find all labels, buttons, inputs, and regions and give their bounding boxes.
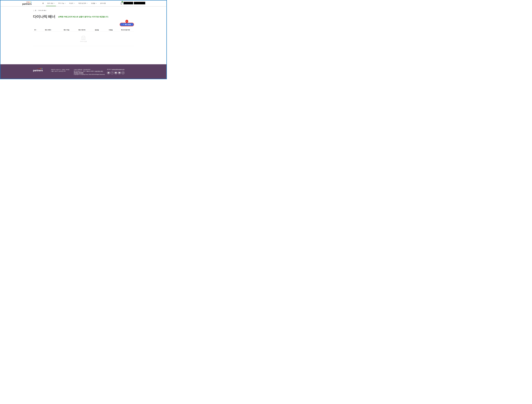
nav-item-2[interactable]: 링크 생성 xyxy=(46,0,56,6)
plus-icon: + xyxy=(123,23,124,25)
footer-company-line: 쿠팡(주) | 대표이사 : 강한승, 박대준 xyxy=(51,69,70,71)
footer-copyright: Copyright © Coupang Corp. 2018-2020 All … xyxy=(74,74,105,75)
nav-item-1[interactable]: 홈 xyxy=(41,0,45,6)
nav-item-3[interactable]: 추가 기능 xyxy=(57,0,67,6)
toolbar: 1 + 배너 생성 xyxy=(33,19,134,26)
column-header: 복사/수정/삭제 xyxy=(117,29,134,31)
nav-item-label: 홈 xyxy=(42,2,44,4)
empty-state-text: 데이터 없음 xyxy=(80,41,87,42)
app-window: coupang partners 홈링크 생성추가 기능리포트약관 및 정책도움… xyxy=(0,0,167,79)
naver-blog-icon[interactable]: blog xyxy=(118,71,121,74)
footer-coupang-partners-logo: coupang partners xyxy=(33,68,43,72)
column-header-label: 배너 데이터 xyxy=(78,29,85,31)
footer-ecommerce-line: 통신판매업신고 : 2017-서울송파-0680 / 사업자정보 확인 xyxy=(74,71,105,72)
home-icon xyxy=(33,10,34,11)
top-nav: coupang partners 홈링크 생성추가 기능리포트약관 및 정책도움… xyxy=(0,0,166,6)
column-header-label: 복사/수정/삭제 xyxy=(121,29,130,31)
nav-item-label: 공지사항 xyxy=(100,2,106,4)
banner-table: ID배너 제목배너 타입배너 데이터생성일수정일복사/수정/삭제 데이터 없음 xyxy=(33,28,134,46)
privacy-policy-link[interactable]: 개인정보 처리방침 xyxy=(74,72,83,74)
breadcrumb-home-label: 홈 xyxy=(35,10,36,11)
business-info-check-link[interactable]: 사업자정보 확인 xyxy=(95,71,103,72)
chevron-down-icon xyxy=(96,3,97,4)
column-header: 수정일 xyxy=(104,29,117,31)
social-row: Chfblog xyxy=(107,71,125,74)
partners-logo-text: partners xyxy=(33,69,43,72)
youtube-glyph xyxy=(115,72,117,73)
notification-badge: 1 xyxy=(121,1,123,3)
breadcrumb: 홈 다이나믹 배너 xyxy=(33,6,166,11)
annotation-step-marker: 1 xyxy=(126,20,128,23)
chevron-down-icon xyxy=(65,3,66,4)
column-header-label: 배너 타입 xyxy=(64,29,69,31)
page-subtitle: 선택한 카테고리의 베스트 상품이 움직이는 이미지로 제공됩니다. xyxy=(58,16,108,18)
chevron-down-icon xyxy=(54,3,55,4)
footer: coupang partners 쿠팡(주) | 대표이사 : 강한승, 박대준… xyxy=(0,64,166,79)
create-banner-button-label: 배너 생성 xyxy=(125,24,131,26)
nav-item-label: 추가 기능 xyxy=(58,2,64,4)
notification-bell-button[interactable]: 1 xyxy=(120,2,123,5)
partners-logo-text: partners xyxy=(22,3,32,5)
table-empty-state: 데이터 없음 xyxy=(33,32,134,46)
redacted-user-info xyxy=(134,2,145,4)
footer-contact-col: 문의하기 partners@coupang.com Chfblog xyxy=(107,69,125,74)
sort-carets-icon[interactable] xyxy=(51,29,52,30)
main-nav: 홈링크 생성추가 기능리포트약관 및 정책도움말공지사항 xyxy=(41,0,108,6)
chevron-right-icon xyxy=(37,10,38,11)
redacted-user-info xyxy=(124,2,133,4)
column-header: 배너 데이터 xyxy=(75,29,89,31)
instagram-glyph xyxy=(122,72,124,74)
page-title: 다이나믹 배너 xyxy=(33,15,55,19)
footer-biz-number: 사업자 등록번호 : 120-88-00767 xyxy=(74,69,105,71)
column-header-label: ID xyxy=(34,29,36,31)
instagram-icon[interactable] xyxy=(121,71,125,74)
kakao-channel-icon[interactable]: Ch xyxy=(107,71,110,74)
footer-company-col: 쿠팡(주) | 대표이사 : 강한승, 박대준서울시 송파구 송파대로 570 xyxy=(51,69,70,72)
column-header[interactable]: ID xyxy=(33,29,38,31)
contact-email-link[interactable]: partners@coupang.com xyxy=(112,69,125,70)
footer-legal-col: 사업자 등록번호 : 120-88-00767 통신판매업신고 : 2017-서… xyxy=(74,69,105,75)
youtube-icon[interactable] xyxy=(114,71,117,74)
coupang-partners-logo[interactable]: coupang partners xyxy=(22,0,32,6)
table-header-row: ID배너 제목배너 타입배너 데이터생성일수정일복사/수정/삭제 xyxy=(33,28,134,32)
breadcrumb-current: 다이나믹 배너 xyxy=(38,10,46,11)
naver-blog-glyph: blog xyxy=(119,72,120,73)
nav-item-6[interactable]: 도움말 xyxy=(90,0,98,6)
breadcrumb-home-link[interactable]: 홈 xyxy=(33,10,36,11)
chevron-down-icon xyxy=(74,3,75,4)
title-row: 다이나믹 배너 선택한 카테고리의 베스트 상품이 움직이는 이미지로 제공됩니… xyxy=(33,15,166,19)
header-right: 1 xyxy=(120,2,145,5)
footer-ecommerce-prefix: 통신판매업신고 : 2017-서울송파-0680 / xyxy=(74,71,95,72)
contact-label: 문의하기 xyxy=(107,69,112,70)
column-header[interactable]: 배너 제목 xyxy=(38,29,58,31)
nav-item-label: 약관 및 정책 xyxy=(78,2,86,4)
chevron-down-icon xyxy=(87,3,88,4)
column-header-label: 수정일 xyxy=(109,29,113,31)
nav-item-4[interactable]: 리포트 xyxy=(68,0,76,6)
nav-item-label: 리포트 xyxy=(69,2,73,4)
footer-contact-line: 문의하기 partners@coupang.com xyxy=(107,69,125,70)
empty-inbox-icon xyxy=(80,35,86,40)
nav-item-7[interactable]: 공지사항 xyxy=(99,0,107,6)
column-header: 배너 타입 xyxy=(58,29,75,31)
column-header: 생성일 xyxy=(89,29,104,31)
sort-carets-icon[interactable] xyxy=(36,29,37,30)
main-content: 홈 다이나믹 배너 다이나믹 배너 선택한 카테고리의 베스트 상품이 움직이는… xyxy=(0,6,166,64)
nav-item-label: 도움말 xyxy=(91,2,95,4)
create-banner-button[interactable]: + 배너 생성 xyxy=(120,23,134,26)
kakao-channel-glyph: Ch xyxy=(108,72,109,73)
facebook-icon[interactable]: f xyxy=(111,71,114,74)
column-header-label: 배너 제목 xyxy=(45,29,51,31)
column-header-label: 생성일 xyxy=(95,29,99,31)
footer-company-line: 서울시 송파구 송파대로 570 xyxy=(51,71,70,72)
nav-item-5[interactable]: 약관 및 정책 xyxy=(77,0,89,6)
facebook-glyph: f xyxy=(112,72,113,74)
nav-item-label: 링크 생성 xyxy=(47,2,53,4)
